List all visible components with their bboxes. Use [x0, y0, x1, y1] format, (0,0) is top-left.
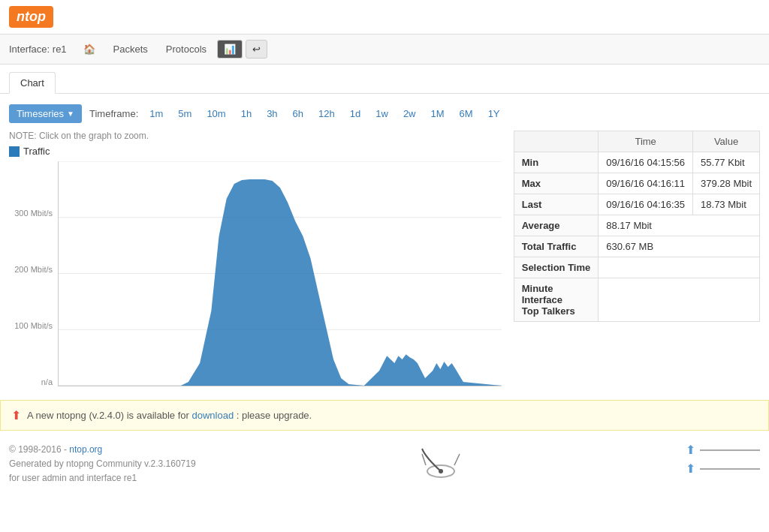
stats-label-last: Last	[514, 194, 599, 215]
svg-line-8	[454, 454, 460, 465]
home-icon: 🏠	[83, 44, 95, 55]
footer: © 1998-2016 - ntop.org Generated by ntop…	[0, 434, 769, 495]
navbar: Interface: re1 🏠 Packets Protocols 📊 ↩	[0, 35, 769, 65]
y-label-200: 200 Mbit/s	[9, 265, 53, 274]
time-btn-1w[interactable]: 1w	[372, 107, 392, 121]
dropdown-arrow-icon: ▼	[67, 110, 74, 118]
svg-point-9	[439, 469, 443, 473]
time-btn-1h[interactable]: 1h	[237, 107, 255, 121]
chart-legend: Traffic	[9, 146, 502, 157]
stats-value-min: 55.77 Kbit	[693, 152, 760, 173]
stats-row-max: Max 09/16/16 04:16:11 379.28 Mbit	[514, 173, 759, 194]
stats-label-total: Total Traffic	[514, 236, 599, 257]
stats-value-last: 18.73 Mbit	[693, 194, 760, 215]
footer-generated: Generated by ntopng Community v.2.3.1607…	[9, 457, 196, 471]
stats-value-max: 379.28 Mbit	[693, 173, 760, 194]
ntop-logo: ntop	[9, 6, 53, 28]
time-btn-12h[interactable]: 12h	[315, 107, 339, 121]
y-label-300: 300 Mbit/s	[9, 209, 53, 218]
stats-time-min: 09/16/16 04:15:56	[599, 152, 693, 173]
stats-label-average: Average	[514, 215, 599, 236]
timeseries-label: Timeseries	[17, 108, 64, 119]
ntop-org-link[interactable]: ntop.org	[69, 444, 102, 455]
time-btn-6h[interactable]: 6h	[289, 107, 307, 121]
traffic-chart[interactable]	[59, 161, 502, 386]
footer-user-info: for user admin and interface re1	[9, 471, 196, 485]
upload-icon-1: ⬆	[686, 443, 695, 457]
stats-row-last: Last 09/16/16 04:16:35 18.73 Mbit	[514, 194, 759, 215]
stats-value-total: 630.67 MB	[599, 236, 760, 257]
stats-table: Time Value Min 09/16/16 04:15:56 55.77 K…	[514, 131, 760, 322]
stats-label-talkers: Minute Interface Top Talkers	[514, 278, 599, 322]
time-btn-1Y[interactable]: 1Y	[484, 107, 504, 121]
stats-col-label	[514, 131, 599, 152]
time-btn-2w[interactable]: 2w	[400, 107, 420, 121]
upload-icon-2: ⬆	[686, 461, 695, 476]
tab-chart[interactable]: Chart	[9, 72, 56, 94]
update-warning-icon: ⬆	[11, 408, 21, 422]
chart-note: NOTE: Click on the graph to zoom.	[9, 131, 502, 141]
footer-center	[411, 443, 471, 480]
footer-line-2	[700, 468, 760, 470]
protocols-link[interactable]: Protocols	[158, 41, 214, 58]
back-icon: ↩	[252, 44, 261, 55]
chart-svg-container[interactable]	[58, 161, 502, 386]
tabs-area: Chart	[0, 65, 769, 94]
interface-label: Interface: re1	[9, 44, 67, 55]
legend-label-traffic: Traffic	[23, 146, 50, 157]
time-btn-10m[interactable]: 10m	[203, 107, 229, 121]
footer-line-1	[700, 449, 760, 451]
chart-nav-btn[interactable]: 📊	[217, 40, 243, 59]
update-text: A new ntopng (v.2.4.0) is available for …	[27, 410, 312, 421]
packets-link[interactable]: Packets	[106, 41, 155, 58]
chart-icon: 📊	[224, 44, 236, 55]
svg-marker-5	[59, 179, 502, 386]
timeframe-label: Timeframe:	[89, 108, 138, 119]
y-axis: 300 Mbit/s 200 Mbit/s 100 Mbit/s n/a	[9, 161, 53, 386]
controls-row: Timeseries ▼ Timeframe: 1m 5m 10m 1h 3h …	[9, 104, 760, 123]
footer-icon-row-1: ⬆	[686, 443, 760, 457]
stats-row-selection: Selection Time	[514, 257, 759, 278]
stats-label-selection: Selection Time	[514, 257, 599, 278]
chart-area: NOTE: Click on the graph to zoom. Traffi…	[9, 131, 760, 386]
stats-value-average: 88.17 Mbit	[599, 215, 760, 236]
home-link[interactable]: 🏠	[76, 41, 103, 58]
footer-right: ⬆ ⬆	[686, 443, 760, 476]
main-content: Timeseries ▼ Timeframe: 1m 5m 10m 1h 3h …	[0, 94, 769, 397]
stats-label-min: Min	[514, 152, 599, 173]
stats-value-selection	[599, 257, 760, 278]
stats-row-min: Min 09/16/16 04:15:56 55.77 Kbit	[514, 152, 759, 173]
update-banner: ⬆ A new ntopng (v.2.4.0) is available fo…	[0, 400, 769, 431]
footer-icon-row-2: ⬆	[686, 461, 760, 476]
stats-label-max: Max	[514, 173, 599, 194]
stats-row-talkers: Minute Interface Top Talkers	[514, 278, 759, 322]
stats-time-max: 09/16/16 04:16:11	[599, 173, 693, 194]
time-btn-3h[interactable]: 3h	[263, 107, 281, 121]
stats-col-value: Value	[693, 131, 760, 152]
time-btn-1d[interactable]: 1d	[346, 107, 364, 121]
y-label-na: n/a	[9, 377, 53, 386]
stats-row-average: Average 88.17 Mbit	[514, 215, 759, 236]
chart-wrapper[interactable]: 300 Mbit/s 200 Mbit/s 100 Mbit/s n/a	[58, 161, 502, 386]
back-btn[interactable]: ↩	[246, 40, 267, 59]
footer-info: © 1998-2016 - ntop.org Generated by ntop…	[9, 443, 196, 486]
stats-value-talkers	[599, 278, 760, 322]
chart-panel: NOTE: Click on the graph to zoom. Traffi…	[9, 131, 502, 386]
footer-copyright: © 1998-2016 - ntop.org	[9, 443, 196, 457]
stats-row-total: Total Traffic 630.67 MB	[514, 236, 759, 257]
time-btn-1m[interactable]: 1m	[146, 107, 167, 121]
download-link[interactable]: download	[191, 410, 234, 421]
timeseries-dropdown[interactable]: Timeseries ▼	[9, 104, 82, 123]
time-btn-1M[interactable]: 1M	[427, 107, 448, 121]
stats-col-time: Time	[599, 131, 693, 152]
header: ntop	[0, 0, 769, 35]
wind-meter-icon	[411, 443, 471, 480]
time-btn-5m[interactable]: 5m	[174, 107, 195, 121]
time-btn-6M[interactable]: 6M	[456, 107, 477, 121]
stats-time-last: 09/16/16 04:16:35	[599, 194, 693, 215]
y-label-100: 100 Mbit/s	[9, 321, 53, 330]
legend-color-traffic	[9, 146, 20, 157]
